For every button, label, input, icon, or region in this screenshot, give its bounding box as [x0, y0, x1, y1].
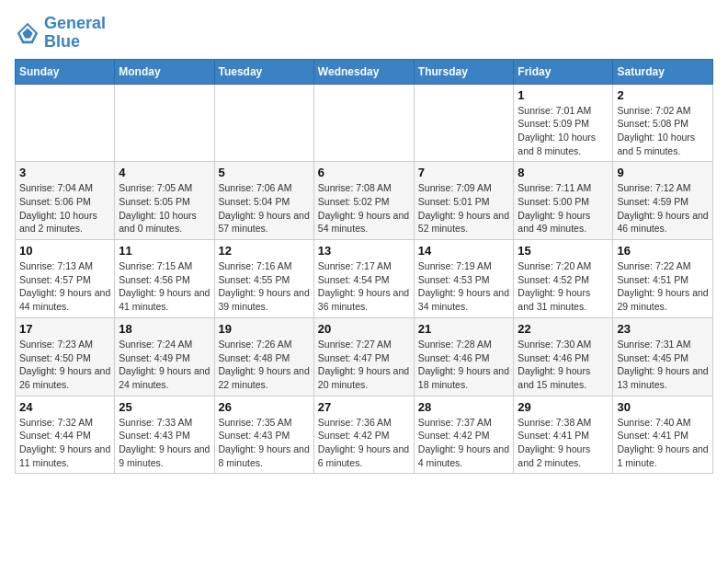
day-info: Sunrise: 7:23 AM Sunset: 4:50 PM Dayligh… — [19, 338, 110, 392]
day-info: Sunrise: 7:11 AM Sunset: 5:00 PM Dayligh… — [518, 181, 609, 236]
day-info: Sunrise: 7:02 AM Sunset: 5:08 PM Dayligh… — [617, 104, 709, 158]
day-info: Sunrise: 7:16 AM Sunset: 4:55 PM Dayligh… — [219, 259, 310, 314]
day-number: 1 — [518, 88, 609, 102]
day-number: 29 — [518, 400, 609, 414]
day-number: 2 — [617, 88, 709, 102]
logo-text: General Blue — [44, 15, 106, 52]
calendar-header-row: SundayMondayTuesdayWednesdayThursdayFrid… — [16, 59, 713, 84]
calendar-cell: 19Sunrise: 7:26 AM Sunset: 4:48 PM Dayli… — [214, 317, 313, 396]
day-number: 26 — [219, 400, 310, 414]
day-info: Sunrise: 7:33 AM Sunset: 4:43 PM Dayligh… — [119, 416, 210, 470]
calendar-cell — [16, 84, 115, 162]
calendar-table: SundayMondayTuesdayWednesdayThursdayFrid… — [15, 59, 713, 475]
weekday-header-thursday: Thursday — [414, 59, 514, 84]
day-info: Sunrise: 7:26 AM Sunset: 4:48 PM Dayligh… — [219, 338, 310, 392]
weekday-header-wednesday: Wednesday — [313, 59, 414, 84]
day-info: Sunrise: 7:04 AM Sunset: 5:06 PM Dayligh… — [19, 181, 110, 236]
day-info: Sunrise: 7:09 AM Sunset: 5:01 PM Dayligh… — [418, 181, 510, 236]
calendar-cell: 18Sunrise: 7:24 AM Sunset: 4:49 PM Dayli… — [115, 317, 214, 396]
day-number: 24 — [19, 400, 110, 414]
day-info: Sunrise: 7:12 AM Sunset: 4:59 PM Dayligh… — [617, 181, 709, 236]
calendar-week-row: 24Sunrise: 7:32 AM Sunset: 4:44 PM Dayli… — [16, 396, 713, 474]
calendar-cell: 26Sunrise: 7:35 AM Sunset: 4:43 PM Dayli… — [214, 396, 313, 474]
day-number: 11 — [119, 244, 210, 258]
calendar-week-row: 10Sunrise: 7:13 AM Sunset: 4:57 PM Dayli… — [16, 240, 713, 318]
day-number: 3 — [19, 166, 110, 179]
day-info: Sunrise: 7:15 AM Sunset: 4:56 PM Dayligh… — [119, 259, 210, 314]
day-info: Sunrise: 7:19 AM Sunset: 4:53 PM Dayligh… — [418, 259, 510, 314]
day-info: Sunrise: 7:20 AM Sunset: 4:52 PM Dayligh… — [518, 259, 609, 314]
day-number: 16 — [617, 244, 709, 258]
calendar-cell: 5Sunrise: 7:06 AM Sunset: 5:04 PM Daylig… — [214, 162, 313, 240]
day-info: Sunrise: 7:37 AM Sunset: 4:42 PM Dayligh… — [418, 416, 510, 470]
calendar-cell: 7Sunrise: 7:09 AM Sunset: 5:01 PM Daylig… — [414, 162, 514, 240]
day-info: Sunrise: 7:13 AM Sunset: 4:57 PM Dayligh… — [19, 259, 110, 314]
calendar-cell: 1Sunrise: 7:01 AM Sunset: 5:09 PM Daylig… — [514, 84, 613, 162]
calendar-cell: 23Sunrise: 7:31 AM Sunset: 4:45 PM Dayli… — [613, 317, 713, 396]
logo-icon — [15, 20, 40, 46]
calendar-cell — [313, 84, 414, 162]
calendar-cell — [414, 84, 514, 162]
calendar-cell: 24Sunrise: 7:32 AM Sunset: 4:44 PM Dayli… — [16, 396, 115, 474]
day-number: 6 — [318, 166, 410, 179]
day-info: Sunrise: 7:01 AM Sunset: 5:09 PM Dayligh… — [518, 104, 609, 158]
day-number: 19 — [219, 322, 310, 336]
day-number: 27 — [318, 400, 410, 414]
day-info: Sunrise: 7:28 AM Sunset: 4:46 PM Dayligh… — [418, 338, 510, 392]
logo: General Blue — [15, 15, 106, 52]
page-header: General Blue — [15, 15, 713, 52]
weekday-header-monday: Monday — [115, 59, 214, 84]
day-info: Sunrise: 7:17 AM Sunset: 4:54 PM Dayligh… — [318, 259, 410, 314]
day-number: 9 — [617, 166, 709, 179]
day-number: 30 — [617, 400, 709, 414]
calendar-cell: 30Sunrise: 7:40 AM Sunset: 4:41 PM Dayli… — [613, 396, 713, 474]
weekday-header-sunday: Sunday — [16, 59, 115, 84]
day-info: Sunrise: 7:40 AM Sunset: 4:41 PM Dayligh… — [617, 416, 709, 470]
day-info: Sunrise: 7:08 AM Sunset: 5:02 PM Dayligh… — [318, 181, 410, 236]
day-number: 23 — [617, 322, 709, 336]
calendar-cell: 11Sunrise: 7:15 AM Sunset: 4:56 PM Dayli… — [115, 240, 214, 318]
day-info: Sunrise: 7:36 AM Sunset: 4:42 PM Dayligh… — [318, 416, 410, 470]
day-number: 13 — [318, 244, 410, 258]
calendar-cell: 3Sunrise: 7:04 AM Sunset: 5:06 PM Daylig… — [16, 162, 115, 240]
calendar-cell: 28Sunrise: 7:37 AM Sunset: 4:42 PM Dayli… — [414, 396, 514, 474]
day-info: Sunrise: 7:32 AM Sunset: 4:44 PM Dayligh… — [19, 416, 110, 470]
day-number: 10 — [19, 244, 110, 258]
day-number: 8 — [518, 166, 609, 179]
calendar-cell: 16Sunrise: 7:22 AM Sunset: 4:51 PM Dayli… — [613, 240, 713, 318]
calendar-cell: 27Sunrise: 7:36 AM Sunset: 4:42 PM Dayli… — [313, 396, 414, 474]
calendar-cell: 14Sunrise: 7:19 AM Sunset: 4:53 PM Dayli… — [414, 240, 514, 318]
calendar-cell: 6Sunrise: 7:08 AM Sunset: 5:02 PM Daylig… — [313, 162, 414, 240]
calendar-cell: 17Sunrise: 7:23 AM Sunset: 4:50 PM Dayli… — [16, 317, 115, 396]
calendar-cell: 9Sunrise: 7:12 AM Sunset: 4:59 PM Daylig… — [613, 162, 713, 240]
calendar-week-row: 3Sunrise: 7:04 AM Sunset: 5:06 PM Daylig… — [16, 162, 713, 240]
day-number: 18 — [119, 322, 210, 336]
day-number: 7 — [418, 166, 510, 179]
day-number: 4 — [119, 166, 210, 179]
calendar-cell: 12Sunrise: 7:16 AM Sunset: 4:55 PM Dayli… — [214, 240, 313, 318]
weekday-header-friday: Friday — [514, 59, 613, 84]
calendar-cell — [115, 84, 214, 162]
calendar-cell — [214, 84, 313, 162]
day-info: Sunrise: 7:38 AM Sunset: 4:41 PM Dayligh… — [518, 416, 609, 470]
calendar-cell: 4Sunrise: 7:05 AM Sunset: 5:05 PM Daylig… — [115, 162, 214, 240]
calendar-cell: 15Sunrise: 7:20 AM Sunset: 4:52 PM Dayli… — [514, 240, 613, 318]
day-number: 22 — [518, 322, 609, 336]
calendar-cell: 29Sunrise: 7:38 AM Sunset: 4:41 PM Dayli… — [514, 396, 613, 474]
calendar-cell: 22Sunrise: 7:30 AM Sunset: 4:46 PM Dayli… — [514, 317, 613, 396]
day-number: 5 — [219, 166, 310, 179]
day-info: Sunrise: 7:06 AM Sunset: 5:04 PM Dayligh… — [219, 181, 310, 236]
day-number: 17 — [19, 322, 110, 336]
calendar-cell: 2Sunrise: 7:02 AM Sunset: 5:08 PM Daylig… — [613, 84, 713, 162]
day-number: 20 — [318, 322, 410, 336]
weekday-header-tuesday: Tuesday — [214, 59, 313, 84]
day-info: Sunrise: 7:22 AM Sunset: 4:51 PM Dayligh… — [617, 259, 709, 314]
day-info: Sunrise: 7:31 AM Sunset: 4:45 PM Dayligh… — [617, 338, 709, 392]
calendar-cell: 10Sunrise: 7:13 AM Sunset: 4:57 PM Dayli… — [16, 240, 115, 318]
calendar-cell: 8Sunrise: 7:11 AM Sunset: 5:00 PM Daylig… — [514, 162, 613, 240]
day-number: 15 — [518, 244, 609, 258]
calendar-week-row: 1Sunrise: 7:01 AM Sunset: 5:09 PM Daylig… — [16, 84, 713, 162]
day-info: Sunrise: 7:30 AM Sunset: 4:46 PM Dayligh… — [518, 338, 609, 392]
day-info: Sunrise: 7:05 AM Sunset: 5:05 PM Dayligh… — [119, 181, 210, 236]
day-info: Sunrise: 7:35 AM Sunset: 4:43 PM Dayligh… — [219, 416, 310, 470]
